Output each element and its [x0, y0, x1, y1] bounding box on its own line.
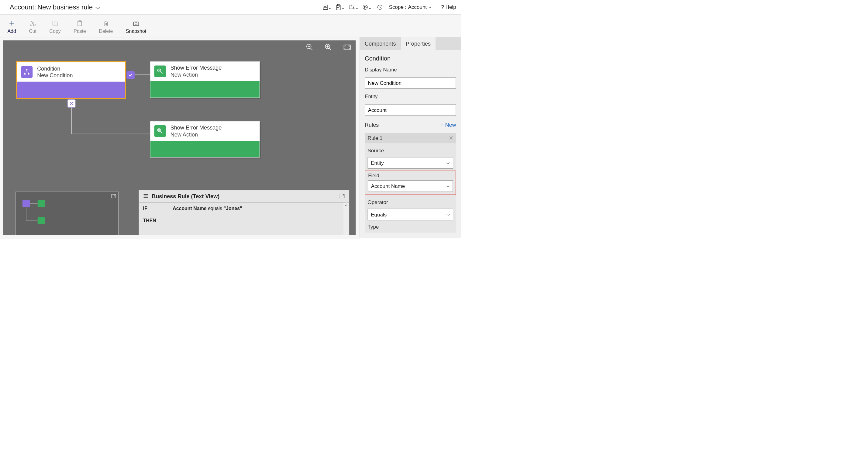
help-button[interactable]: ? Help [441, 4, 456, 10]
field-select[interactable]: Account Name [368, 180, 453, 192]
paste-button[interactable]: Paste [73, 20, 86, 34]
rule-1: Rule 1 Source Entity Field [365, 133, 456, 233]
text-view-title: Business Rule (Text View) [152, 193, 219, 200]
x-icon [67, 99, 76, 108]
scope-value: Account [408, 4, 427, 10]
rules-label: Rules [365, 122, 379, 128]
toolbar: Add Cut Copy Paste Delete Snapshot [0, 14, 461, 37]
canvas[interactable]: Condition New Condition Show Error Messa… [0, 37, 360, 238]
minimap-expand-icon[interactable] [111, 194, 116, 199]
text-view-icon [143, 193, 149, 199]
title-entity-label: Account: [10, 3, 36, 11]
help-label: Help [445, 4, 456, 10]
camera-icon [133, 20, 139, 26]
cut-button[interactable]: Cut [29, 20, 36, 34]
operator-select[interactable]: Equals [368, 209, 453, 220]
error-icon [154, 125, 166, 137]
source-value: Entity [371, 160, 383, 166]
svg-rect-12 [54, 22, 57, 26]
minimap[interactable] [16, 191, 119, 235]
chevron-down-icon [446, 212, 450, 217]
zoom-out-icon[interactable] [306, 43, 313, 51]
properties-panel: Components Properties Condition Display … [360, 37, 461, 238]
paste-icon [76, 20, 83, 26]
field-value: Account Name [371, 183, 405, 189]
action-node-1[interactable]: Show Error Message New Action [150, 61, 260, 98]
if-label: IF [143, 206, 171, 211]
chevron-down-icon[interactable] [95, 5, 100, 11]
close-icon[interactable] [449, 135, 453, 141]
display-name-input[interactable] [365, 78, 456, 89]
title-rule-name: New business rule [37, 3, 93, 11]
source-select[interactable]: Entity [368, 157, 453, 169]
scissors-icon [29, 20, 36, 26]
field-highlight: Field Account Name [365, 171, 456, 195]
condition-node[interactable]: Condition New Condition [16, 61, 126, 99]
mini-action-1 [38, 200, 45, 207]
clock-icon[interactable] [377, 4, 383, 10]
source-label: Source [368, 147, 453, 153]
tab-properties[interactable]: Properties [401, 37, 436, 50]
expand-icon[interactable] [339, 193, 345, 199]
snapshot-button[interactable]: Snapshot [126, 20, 146, 34]
fit-screen-icon[interactable] [343, 44, 351, 50]
delete-button[interactable]: Delete [99, 20, 113, 34]
entity-input[interactable] [365, 104, 456, 116]
chevron-up-icon[interactable] [345, 204, 348, 207]
if-expression: Account Name equals "Jones" [173, 206, 349, 211]
chevron-down-icon [428, 5, 432, 9]
svg-point-32 [144, 197, 145, 198]
page-title[interactable]: Account: New business rule [10, 3, 100, 11]
scope-selector[interactable]: Scope : Account [389, 4, 432, 10]
svg-point-30 [144, 194, 145, 195]
svg-rect-6 [350, 5, 352, 6]
entity-label: Entity [365, 94, 456, 100]
operator-label: Operator [368, 199, 453, 205]
node-footer [150, 81, 259, 97]
validate-icon[interactable]: ... [336, 4, 344, 10]
svg-rect-18 [135, 21, 137, 22]
field-label: Field [368, 172, 453, 178]
topbar-actions: ... ... ... ... Scope : Account ? Help [322, 4, 456, 10]
svg-rect-24 [24, 73, 26, 74]
copy-icon [52, 20, 58, 26]
error-icon [154, 66, 166, 77]
rule-header[interactable]: Rule 1 [365, 133, 456, 144]
operator-value: Equals [371, 212, 386, 218]
node-subtitle: New Action [170, 131, 222, 138]
title-bar: Account: New business rule ... ... ... .… [0, 0, 461, 14]
type-label: Type [368, 224, 453, 230]
plus-icon [8, 20, 15, 26]
minimap-canvas [23, 200, 55, 229]
mini-action-2 [38, 217, 45, 224]
action-node-2[interactable]: Show Error Message New Action [150, 121, 260, 157]
tab-components[interactable]: Components [360, 37, 401, 50]
mini-condition [23, 200, 30, 207]
copy-button[interactable]: Copy [50, 20, 61, 34]
display-name-label: Display Name [365, 67, 456, 73]
node-title: Show Error Message [170, 65, 222, 71]
check-icon [126, 71, 135, 79]
svg-point-31 [145, 196, 146, 197]
node-footer [150, 141, 259, 157]
text-view-panel: Business Rule (Text View) IF THEN Accoun… [139, 190, 349, 235]
add-button[interactable]: Add [7, 20, 16, 34]
save-icon[interactable]: ... [322, 4, 331, 10]
canvas-controls [306, 43, 351, 51]
condition-icon [21, 66, 33, 78]
then-label: THEN [143, 218, 171, 223]
add-rule-button[interactable]: + New [440, 122, 456, 128]
svg-rect-2 [324, 8, 327, 9]
node-subtitle: New Condition [37, 72, 73, 79]
trash-icon [103, 20, 109, 26]
scope-label: Scope : [389, 4, 407, 10]
save-as-icon[interactable]: ... [349, 4, 358, 10]
chevron-down-icon [446, 160, 450, 166]
activate-icon[interactable]: ... [362, 4, 371, 10]
scrollbar[interactable] [343, 203, 349, 235]
node-title: Show Error Message [170, 124, 222, 131]
svg-point-17 [135, 23, 137, 25]
rule-label: Rule 1 [368, 135, 383, 141]
svg-rect-25 [28, 73, 29, 74]
zoom-in-icon[interactable] [324, 43, 332, 51]
